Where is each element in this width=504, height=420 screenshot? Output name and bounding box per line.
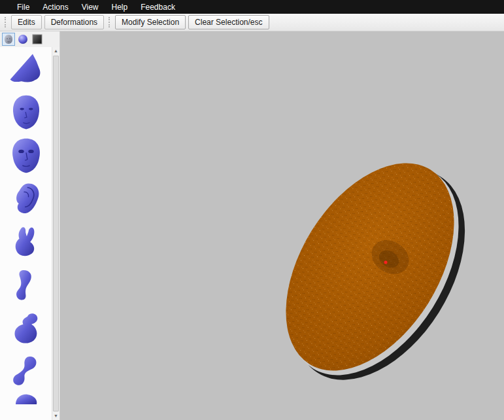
menu-actions[interactable]: Actions	[36, 1, 75, 14]
toolbar: Edits Deformations Modify Selection Clea…	[0, 14, 504, 31]
menu-view[interactable]: View	[75, 1, 105, 14]
hand-model-icon	[8, 223, 44, 261]
3d-viewport[interactable]	[60, 31, 504, 420]
application-window: File Actions View Help Feedback Edits De…	[0, 0, 504, 420]
tab-texture-models[interactable]	[31, 33, 44, 46]
toolbar-grip-icon	[109, 17, 110, 27]
tab-head-models[interactable]	[2, 33, 15, 46]
model-thumbnail-list	[0, 47, 52, 420]
edits-button[interactable]: Edits	[11, 15, 42, 29]
texture-models-tab-icon	[32, 34, 42, 44]
head-models-tab-icon	[3, 34, 14, 44]
model-thumb-head[interactable]	[2, 92, 50, 133]
face-model-icon	[7, 136, 46, 175]
model-thumb-tube[interactable]	[2, 264, 50, 306]
menu-file[interactable]: File	[10, 1, 36, 14]
wedge-model-icon	[7, 50, 46, 88]
scrollbar-thumb[interactable]	[53, 56, 59, 411]
model-thumb-partial[interactable]	[2, 394, 50, 404]
model-thumb-wedge[interactable]	[2, 48, 50, 90]
model-library-tabs	[0, 31, 59, 47]
model-thumb-twist[interactable]	[2, 351, 50, 392]
model-thumb-ear[interactable]	[2, 178, 50, 219]
scroll-down-arrow-icon[interactable]: ▼	[52, 412, 59, 420]
clear-selection-button[interactable]: Clear Selection/esc	[188, 15, 269, 29]
sidebar-scrollbar[interactable]: ▲ ▼	[52, 47, 59, 420]
model-thumb-face[interactable]	[2, 135, 50, 176]
viewport-render	[60, 31, 504, 420]
deformations-button[interactable]: Deformations	[44, 15, 104, 29]
modify-selection-button[interactable]: Modify Selection	[115, 15, 186, 29]
blob-model-icon	[7, 309, 45, 347]
menubar: File Actions View Help Feedback	[0, 0, 504, 14]
twist-model-icon	[8, 353, 44, 391]
model-library-panel: ▲ ▼	[0, 31, 60, 420]
tube-model-icon	[9, 266, 43, 305]
model-thumb-blob[interactable]	[2, 307, 50, 349]
orange-disc-mesh[interactable]	[251, 133, 500, 410]
menu-feedback[interactable]: Feedback	[134, 1, 182, 14]
sphere-models-tab-icon	[18, 34, 28, 44]
toolbar-grip-icon	[5, 17, 7, 27]
ear-model-icon	[8, 180, 44, 218]
scroll-up-arrow-icon[interactable]: ▲	[52, 47, 59, 55]
menu-help[interactable]: Help	[105, 1, 135, 14]
main-content: ▲ ▼	[0, 31, 504, 420]
partial-model-icon	[7, 394, 45, 404]
head-model-icon	[7, 93, 45, 132]
model-thumb-hand[interactable]	[2, 221, 50, 262]
tab-sphere-models[interactable]	[16, 33, 29, 46]
cursor-marker	[384, 261, 388, 264]
